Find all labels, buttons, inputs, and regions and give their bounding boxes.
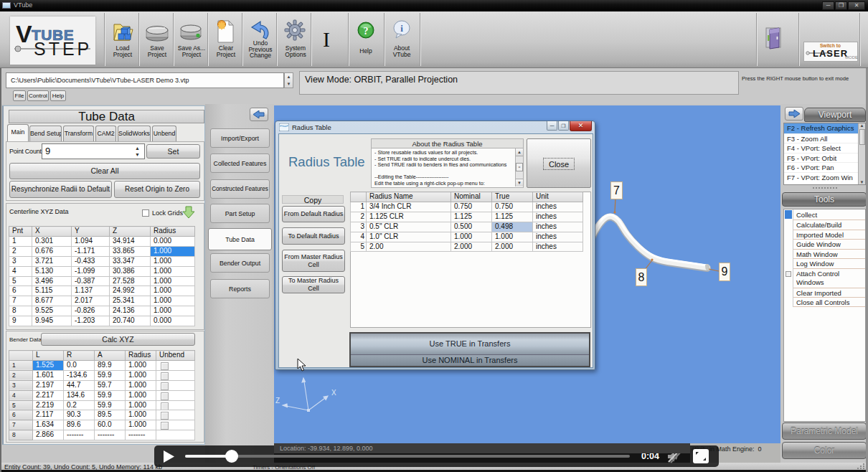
svg-text:MODE: MODE (845, 55, 858, 60)
svg-text:?: ? (364, 26, 369, 37)
svg-text:X: X (331, 389, 336, 397)
svg-text:LASER: LASER (813, 48, 848, 59)
svg-text:V: V (16, 20, 32, 47)
svg-text:STEP: STEP (34, 39, 92, 59)
svg-text:Z: Z (275, 397, 280, 405)
svg-text:i: i (400, 23, 403, 34)
